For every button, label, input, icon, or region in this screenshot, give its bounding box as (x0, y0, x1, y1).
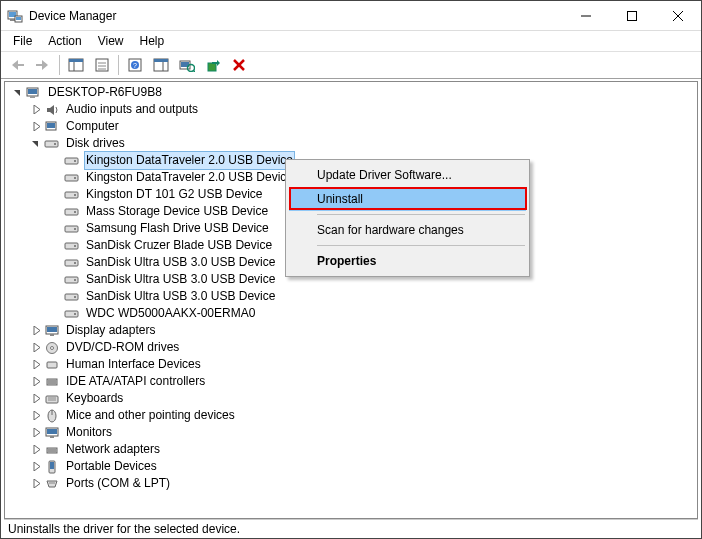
svg-rect-51 (65, 260, 78, 266)
back-button[interactable] (5, 54, 29, 76)
expand-icon[interactable] (29, 103, 43, 117)
disk-icon (64, 170, 80, 186)
disk-icon (64, 204, 80, 220)
context-menu-separator (317, 245, 525, 246)
tree-category[interactable]: Monitors (7, 424, 697, 441)
expand-icon[interactable] (29, 375, 43, 389)
device-label: SanDisk Cruzer Blade USB Device (84, 237, 274, 254)
tree-root[interactable]: DESKTOP-R6FU9B8 (7, 84, 697, 101)
svg-point-52 (74, 262, 76, 264)
svg-point-42 (74, 177, 76, 179)
tree-category[interactable]: Mice and other pointing devices (7, 407, 697, 424)
disk-icon (44, 136, 60, 152)
dvd-icon (44, 340, 60, 356)
tree-category[interactable]: Ports (COM & LPT) (7, 475, 697, 492)
expand-icon[interactable] (29, 120, 43, 134)
device-label: Kingston DataTraveler 2.0 USB Device (84, 151, 295, 170)
svg-rect-34 (30, 96, 35, 98)
expand-icon[interactable] (29, 477, 43, 491)
show-hide-console-tree-button[interactable] (64, 54, 88, 76)
tree-category[interactable]: IDE ATA/ATAPI controllers (7, 373, 697, 390)
category-label: Monitors (64, 424, 114, 441)
svg-point-50 (74, 245, 76, 247)
properties-button[interactable] (90, 54, 114, 76)
expand-icon[interactable] (29, 460, 43, 474)
collapse-icon[interactable] (11, 86, 25, 100)
category-label: Mice and other pointing devices (64, 407, 237, 424)
help-button[interactable]: ? (123, 54, 147, 76)
tree-device[interactable]: SanDisk Ultra USB 3.0 USB Device (7, 288, 697, 305)
disk-icon (64, 289, 80, 305)
menu-file[interactable]: File (5, 32, 40, 50)
ctx-scan[interactable]: Scan for hardware changes (289, 218, 526, 242)
svg-point-83 (49, 482, 50, 483)
expand-icon[interactable] (29, 409, 43, 423)
device-label: Kingston DataTraveler 2.0 USB Device (84, 169, 295, 186)
tree-device[interactable]: WDC WD5000AAKX-00ERMA0 (7, 305, 697, 322)
category-label: Ports (COM & LPT) (64, 475, 172, 492)
monitor-icon (44, 425, 60, 441)
svg-rect-82 (50, 462, 54, 469)
close-button[interactable] (655, 1, 701, 31)
svg-rect-74 (47, 429, 57, 434)
svg-point-54 (74, 279, 76, 281)
svg-rect-55 (65, 294, 78, 300)
svg-point-48 (74, 228, 76, 230)
uninstall-button[interactable] (227, 54, 251, 76)
svg-rect-28 (208, 63, 216, 71)
ctx-properties[interactable]: Properties (289, 249, 526, 273)
svg-rect-33 (28, 89, 37, 94)
keyboard-icon (44, 391, 60, 407)
forward-button[interactable] (31, 54, 55, 76)
svg-rect-43 (65, 192, 78, 198)
tree-category[interactable]: Keyboards (7, 390, 697, 407)
expand-icon[interactable] (29, 443, 43, 457)
category-label: Audio inputs and outputs (64, 101, 200, 118)
ctx-uninstall[interactable]: Uninstall (289, 187, 526, 211)
expand-icon[interactable] (29, 341, 43, 355)
device-label: WDC WD5000AAKX-00ERMA0 (84, 305, 257, 322)
svg-rect-41 (65, 175, 78, 181)
svg-point-38 (54, 143, 56, 145)
toolbar: ? (1, 51, 701, 79)
ctx-update-driver[interactable]: Update Driver Software... (289, 163, 526, 187)
svg-text:?: ? (133, 62, 137, 69)
category-label: Human Interface Devices (64, 356, 203, 373)
svg-rect-75 (50, 436, 54, 438)
tree-category[interactable]: DVD/CD-ROM drives (7, 339, 697, 356)
device-manager-icon (7, 8, 23, 24)
svg-rect-57 (65, 311, 78, 317)
expand-icon[interactable] (29, 324, 43, 338)
ports-icon (44, 476, 60, 492)
root-label: DESKTOP-R6FU9B8 (46, 84, 164, 101)
svg-rect-12 (69, 59, 83, 62)
menu-view[interactable]: View (90, 32, 132, 50)
tree-category[interactable]: Display adapters (7, 322, 697, 339)
expand-icon[interactable] (29, 426, 43, 440)
category-label: Disk drives (64, 135, 127, 152)
collapse-icon[interactable] (29, 137, 43, 151)
disk-icon (64, 221, 80, 237)
expand-icon[interactable] (29, 392, 43, 406)
tree-category-disk[interactable]: Disk drives (7, 135, 697, 152)
expand-icon[interactable] (29, 358, 43, 372)
svg-rect-53 (65, 277, 78, 283)
menu-help[interactable]: Help (132, 32, 173, 50)
menu-action[interactable]: Action (40, 32, 89, 50)
disk-icon (64, 255, 80, 271)
device-label: Samsung Flash Drive USB Device (84, 220, 271, 237)
scan-hardware-button[interactable] (175, 54, 199, 76)
action-pane-button[interactable] (149, 54, 173, 76)
svg-rect-45 (65, 209, 78, 215)
tree-category[interactable]: Computer (7, 118, 697, 135)
tree-category[interactable]: Portable Devices (7, 458, 697, 475)
tree-category[interactable]: Audio inputs and outputs (7, 101, 697, 118)
svg-point-58 (74, 313, 76, 315)
tree-scroll[interactable]: DESKTOP-R6FU9B8 Audio inputs and outputs… (5, 82, 697, 518)
tree-category[interactable]: Network adapters (7, 441, 697, 458)
maximize-button[interactable] (609, 1, 655, 31)
update-driver-button[interactable] (201, 54, 225, 76)
minimize-button[interactable] (563, 1, 609, 31)
client-area: DESKTOP-R6FU9B8 Audio inputs and outputs… (4, 81, 698, 519)
tree-category[interactable]: Human Interface Devices (7, 356, 697, 373)
